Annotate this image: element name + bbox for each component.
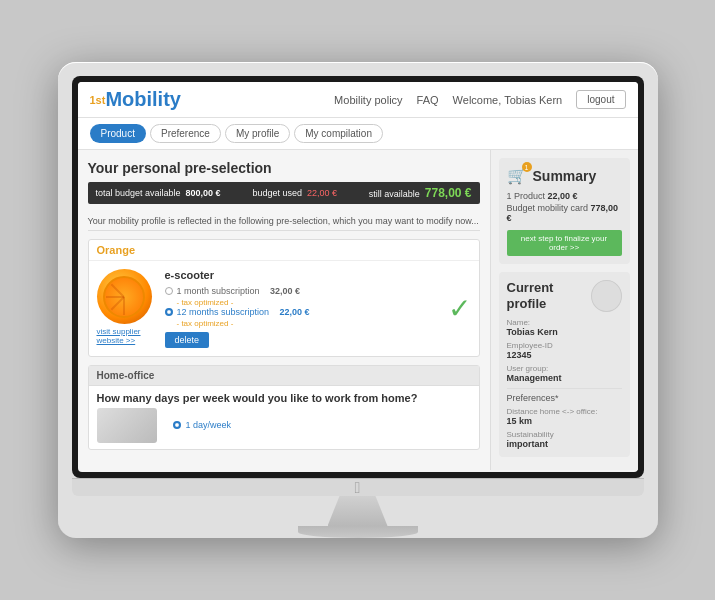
delete-button[interactable]: delete bbox=[165, 332, 210, 348]
main-layout: Your personal pre-selection total budget… bbox=[78, 150, 638, 470]
distance-value: 15 km bbox=[507, 416, 622, 426]
logo-first: 1st bbox=[90, 94, 106, 106]
logo: 1stMobility bbox=[90, 88, 181, 111]
preferences-label: Preferences* bbox=[507, 388, 622, 403]
budget-total: 800,00 € bbox=[186, 188, 221, 198]
profile-name-value: Tobias Kern bbox=[507, 327, 622, 337]
option1-price: 32,00 € bbox=[270, 286, 300, 296]
tab-product[interactable]: Product bbox=[90, 124, 146, 143]
summary-item-product: 1 Product 22,00 € bbox=[507, 191, 622, 201]
summary-box: 🛒 1 Summary 1 Product 22,00 € Budget mob… bbox=[499, 158, 630, 264]
product-item-name: e-scooter bbox=[165, 269, 432, 281]
cart-badge: 1 bbox=[522, 162, 532, 172]
summary-budget: Budget mobility card 778,00 € bbox=[507, 203, 622, 223]
option2-label: 12 months subscription bbox=[177, 307, 270, 317]
next-step-button[interactable]: next step to finalize your order >> bbox=[507, 230, 622, 256]
tabs-bar: Product Preference My profile My compila… bbox=[78, 118, 638, 150]
tab-preference[interactable]: Preference bbox=[150, 124, 221, 143]
profile-header: Current profile bbox=[507, 280, 622, 312]
option2-tax: - tax optimized - bbox=[177, 319, 432, 328]
faq-link[interactable]: FAQ bbox=[417, 94, 439, 106]
orange-inner bbox=[103, 276, 145, 318]
product-name-header: Orange bbox=[89, 240, 479, 261]
option2-price: 22,00 € bbox=[280, 307, 310, 317]
profile-avatar bbox=[591, 280, 621, 312]
budget-bar: total budget available 800,00 € budget u… bbox=[88, 182, 480, 204]
screen-bezel: 1stMobility Mobility policy FAQ Welcome,… bbox=[72, 76, 644, 478]
sustainability-label: Sustainability bbox=[507, 430, 622, 439]
profile-title: Current profile bbox=[507, 280, 592, 311]
home-office-section: Home-office How many days per week would… bbox=[88, 365, 480, 450]
apple-logo-icon:  bbox=[355, 479, 361, 497]
subscription-option-1[interactable]: 1 month subscription 32,00 € bbox=[165, 286, 432, 296]
monitor: 1stMobility Mobility policy FAQ Welcome,… bbox=[58, 62, 658, 538]
answer-text: 1 day/week bbox=[186, 420, 232, 430]
radio-option-2[interactable] bbox=[165, 308, 173, 316]
product-section: Orange bbox=[88, 239, 480, 357]
profile-group-label: User group: bbox=[507, 364, 622, 373]
summary-header: 🛒 1 Summary bbox=[507, 166, 622, 185]
budget-available-label: still available bbox=[369, 189, 420, 199]
tab-my-profile[interactable]: My profile bbox=[225, 124, 290, 143]
orange-circle bbox=[97, 269, 152, 324]
checkmark-icon: ✓ bbox=[448, 292, 471, 325]
info-text: Your mobility profile is reflected in th… bbox=[88, 212, 480, 231]
option1-label: 1 month subscription bbox=[177, 286, 260, 296]
summary-item-price: 22,00 € bbox=[548, 191, 578, 201]
option1-tax: - tax optimized - bbox=[177, 298, 432, 307]
budget-available-value: 778,00 € bbox=[425, 186, 472, 200]
logo-name: Mobility bbox=[105, 88, 181, 111]
tab-my-compilation[interactable]: My compilation bbox=[294, 124, 383, 143]
product-body: visit supplier website >> e-scooter 1 mo… bbox=[89, 261, 479, 356]
home-office-header: Home-office bbox=[89, 366, 479, 386]
budget-used-label: budget used bbox=[252, 188, 302, 198]
monitor-stand-neck bbox=[328, 496, 388, 526]
profile-empid-value: 12345 bbox=[507, 350, 622, 360]
distance-label: Distance home <-> office: bbox=[507, 407, 622, 416]
budget-label-text: total budget available bbox=[96, 188, 181, 198]
monitor-chin:  bbox=[72, 478, 644, 496]
budget-available-container: still available 778,00 € bbox=[369, 186, 472, 200]
answer-option[interactable]: 1 day/week bbox=[165, 418, 240, 434]
segment-0 bbox=[123, 297, 125, 315]
nav-links: Mobility policy FAQ Welcome, Tobias Kern… bbox=[334, 90, 625, 109]
current-profile-box: Current profile Name: Tobias Kern Employ… bbox=[499, 272, 630, 457]
product-image: visit supplier website >> bbox=[97, 269, 157, 324]
budget-used-value: 22,00 € bbox=[307, 188, 337, 198]
screen: 1stMobility Mobility policy FAQ Welcome,… bbox=[78, 82, 638, 472]
cart-icon: 🛒 1 bbox=[507, 166, 527, 185]
navbar: 1stMobility Mobility policy FAQ Welcome,… bbox=[78, 82, 638, 118]
monitor-stand-base bbox=[298, 526, 418, 538]
home-office-question: How many days per week would you like to… bbox=[89, 386, 479, 408]
radio-option-1[interactable] bbox=[165, 287, 173, 295]
page-title: Your personal pre-selection bbox=[88, 160, 480, 176]
profile-name-label: Name: bbox=[507, 318, 622, 327]
answer-radio[interactable] bbox=[173, 421, 181, 429]
home-office-thumbnail bbox=[97, 408, 157, 443]
welcome-text: Welcome, Tobias Kern bbox=[453, 94, 563, 106]
logout-button[interactable]: logout bbox=[576, 90, 625, 109]
content-area: Your personal pre-selection total budget… bbox=[78, 150, 490, 470]
profile-group-value: Management bbox=[507, 373, 622, 383]
product-details: e-scooter 1 month subscription 32,00 € -… bbox=[165, 269, 432, 348]
visit-supplier-link[interactable]: visit supplier website >> bbox=[97, 327, 157, 345]
sidebar: 🛒 1 Summary 1 Product 22,00 € Budget mob… bbox=[490, 150, 638, 470]
sustainability-value: important bbox=[507, 439, 622, 449]
mobility-policy-link[interactable]: Mobility policy bbox=[334, 94, 402, 106]
budget-total-label: total budget available 800,00 € bbox=[96, 188, 221, 198]
subscription-option-2[interactable]: 12 months subscription 22,00 € bbox=[165, 307, 432, 317]
profile-empid-label: Employee-ID bbox=[507, 341, 622, 350]
budget-used-container: budget used 22,00 € bbox=[252, 188, 337, 198]
summary-title: Summary bbox=[533, 168, 597, 184]
